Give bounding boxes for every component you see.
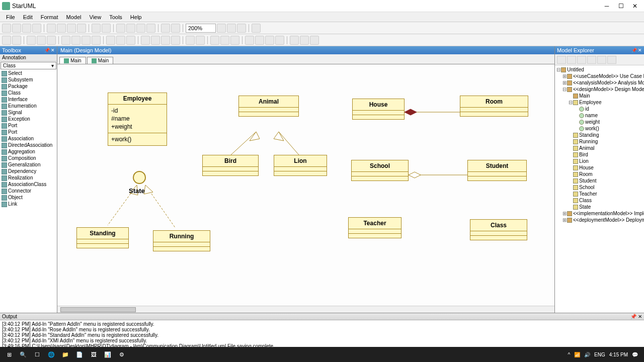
format-btn-5[interactable]: [106, 36, 115, 45]
format-btn-16[interactable]: [230, 36, 239, 45]
format-btn-18[interactable]: [255, 36, 264, 45]
explorer-btn-2[interactable]: [567, 56, 576, 64]
menu-view[interactable]: View: [86, 13, 106, 21]
tray-chevron-icon[interactable]: ^: [568, 352, 570, 357]
taskbar-app-2[interactable]: 📁: [58, 347, 72, 361]
format-btn-13[interactable]: [196, 36, 205, 45]
font-button[interactable]: [2, 36, 11, 45]
explorer-btn-3[interactable]: [577, 56, 586, 64]
explorer-btn-6[interactable]: [607, 56, 616, 64]
align-center-button[interactable]: [37, 36, 46, 45]
tool-composition[interactable]: Composition: [0, 155, 57, 161]
diagram-canvas[interactable]: Employee -id #name +weight +work() Anima…: [57, 64, 554, 306]
tool-port-2[interactable]: Port: [0, 129, 57, 135]
format-btn-15[interactable]: [220, 36, 229, 45]
tool-generalization[interactable]: Generalization: [0, 161, 57, 168]
tree-impl-model[interactable]: ⊞<<implementationModel>> Implementation: [556, 210, 643, 217]
tree-op-work[interactable]: work(): [556, 125, 643, 132]
tool-button[interactable]: [126, 24, 135, 33]
delete-button[interactable]: [77, 24, 86, 33]
format-btn-2[interactable]: [71, 36, 80, 45]
tree-deploy-model[interactable]: ⊞<<deploymentModel>> Deployment Mod: [556, 217, 643, 223]
tool-connector[interactable]: Connector: [0, 188, 57, 194]
toolbox-pin-icon[interactable]: 📌: [44, 48, 50, 53]
format-btn-11[interactable]: [171, 36, 180, 45]
align-right-button[interactable]: [47, 36, 56, 45]
format-btn-20[interactable]: [275, 36, 284, 45]
format-btn-10[interactable]: [161, 36, 170, 45]
format-btn-9[interactable]: [151, 36, 160, 45]
tray-volume-icon[interactable]: 🔊: [584, 352, 590, 357]
class-lion[interactable]: Lion: [274, 155, 327, 176]
tree-state[interactable]: State: [556, 204, 643, 210]
class-school[interactable]: School: [351, 160, 409, 181]
tool-associationclass[interactable]: AssociationClass: [0, 181, 57, 188]
close-button[interactable]: ✕: [628, 1, 642, 11]
tree-root[interactable]: ⊟Untitled: [556, 66, 643, 73]
toolbox-close-icon[interactable]: ✕: [51, 48, 55, 53]
taskbar-app-4[interactable]: 🖼: [87, 347, 101, 361]
tree-analysis-model[interactable]: ⊞<<analysisModel>> Analysis Model: [556, 79, 643, 86]
tool-directedassociation[interactable]: DirectedAssociation: [0, 142, 57, 148]
class-teacher[interactable]: Teacher: [348, 217, 401, 238]
tree-bird[interactable]: Bird: [556, 151, 643, 158]
format-btn-7[interactable]: [126, 36, 135, 45]
open-button[interactable]: [12, 24, 21, 33]
tool-button-6[interactable]: [252, 24, 261, 33]
class-student[interactable]: Student: [467, 160, 527, 181]
class-animal[interactable]: Animal: [238, 96, 299, 117]
tool-signal[interactable]: Signal: [0, 109, 57, 116]
tool-button-2[interactable]: [136, 24, 145, 33]
tool-enumeration[interactable]: Enumeration: [0, 103, 57, 109]
copy-button[interactable]: [57, 24, 66, 33]
tool-link[interactable]: Link: [0, 201, 57, 207]
menu-help[interactable]: Help: [126, 13, 146, 21]
taskview-icon[interactable]: ☐: [30, 347, 44, 361]
tool-realization[interactable]: Realization: [0, 174, 57, 181]
format-btn-8[interactable]: [141, 36, 150, 45]
tool-association[interactable]: Association: [0, 135, 57, 142]
tree-lion[interactable]: Lion: [556, 158, 643, 164]
new-button[interactable]: [2, 24, 11, 33]
undo-button[interactable]: [92, 24, 101, 33]
tool-interface[interactable]: Interface: [0, 96, 57, 103]
format-btn-21[interactable]: [290, 36, 299, 45]
tree-school[interactable]: School: [556, 184, 643, 191]
align-left-button[interactable]: [27, 36, 36, 45]
toolbox-category-dropdown[interactable]: Class▾: [1, 62, 56, 69]
menu-tools[interactable]: Tools: [105, 13, 126, 21]
class-bird[interactable]: Bird: [202, 155, 259, 176]
cut-button[interactable]: [47, 24, 56, 33]
tree-teacher[interactable]: Teacher: [556, 191, 643, 197]
tool-aggregation[interactable]: Aggregation: [0, 148, 57, 155]
tree-employee[interactable]: ⊟Employee: [556, 99, 643, 106]
menu-edit[interactable]: Edit: [19, 13, 37, 21]
format-btn-22[interactable]: [300, 36, 309, 45]
tree-attr-name[interactable]: name: [556, 112, 643, 119]
tool-button-5[interactable]: [171, 24, 180, 33]
zoom-in-button[interactable]: [227, 24, 236, 33]
format-btn-6[interactable]: [116, 36, 125, 45]
tree-standing[interactable]: Standing: [556, 132, 643, 138]
tool-class[interactable]: Class: [0, 89, 57, 96]
tool-exception[interactable]: Exception: [0, 116, 57, 122]
format-btn-12[interactable]: [186, 36, 195, 45]
tool-dependency[interactable]: Dependency: [0, 168, 57, 174]
explorer-btn-5[interactable]: [597, 56, 606, 64]
canvas-tab-main-2[interactable]: Main: [87, 57, 114, 64]
minimize-button[interactable]: ─: [600, 1, 614, 11]
redo-button[interactable]: [102, 24, 111, 33]
class-house[interactable]: House: [352, 99, 405, 120]
format-btn-23[interactable]: [310, 36, 319, 45]
format-btn-17[interactable]: [245, 36, 254, 45]
taskbar-app-3[interactable]: 📄: [72, 347, 87, 361]
taskbar-app-5[interactable]: 📊: [101, 347, 115, 361]
class-room[interactable]: Room: [460, 96, 528, 117]
canvas-hscroll[interactable]: [57, 306, 554, 313]
paste-button[interactable]: [67, 24, 76, 33]
taskbar-app-6[interactable]: ⚙: [115, 347, 129, 361]
format-btn-14[interactable]: [210, 36, 219, 45]
toolbox-section-annotation[interactable]: Annotation: [0, 54, 57, 61]
class-employee[interactable]: Employee -id #name +weight +work(): [108, 93, 167, 146]
explorer-btn-1[interactable]: [557, 56, 566, 64]
